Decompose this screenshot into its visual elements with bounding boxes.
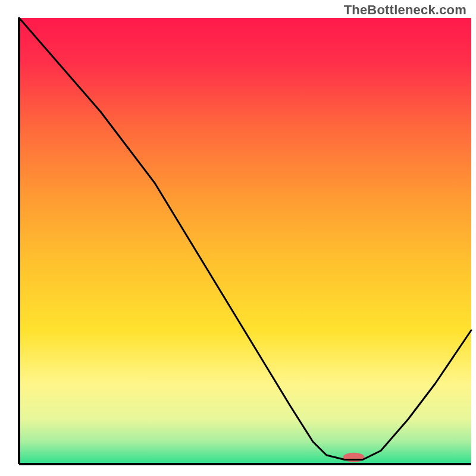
plot-background — [19, 18, 471, 464]
chart-frame: TheBottleneck.com — [0, 0, 476, 476]
bottleneck-chart — [0, 0, 476, 476]
optimal-marker — [343, 453, 364, 462]
watermark-text: TheBottleneck.com — [344, 2, 466, 18]
